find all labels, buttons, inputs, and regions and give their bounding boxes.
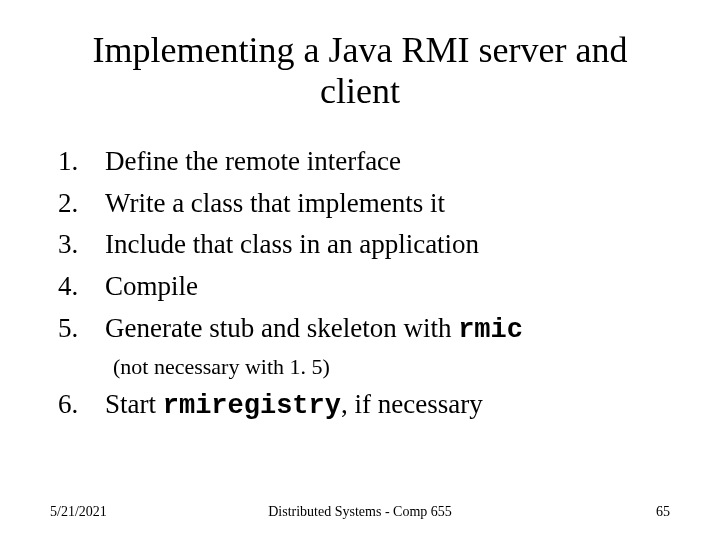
- item-number: 3.: [50, 226, 105, 264]
- item-text: Compile: [105, 268, 670, 306]
- steps-list-cont: 6. Start rmiregistry, if necessary: [50, 386, 670, 426]
- note-text: (not necessary with 1. 5): [113, 354, 670, 380]
- item-number: 1.: [50, 143, 105, 181]
- item-text: Include that class in an application: [105, 226, 670, 264]
- footer: 5/21/2021 Distributed Systems - Comp 655…: [50, 504, 670, 520]
- item-number: 2.: [50, 185, 105, 223]
- list-item: 3. Include that class in an application: [50, 226, 670, 264]
- list-item: 1. Define the remote interface: [50, 143, 670, 181]
- item-text: Generate stub and skeleton with rmic: [105, 310, 670, 350]
- footer-page: 65: [656, 504, 670, 520]
- steps-list: 1. Define the remote interface 2. Write …: [50, 143, 670, 350]
- list-item: 2. Write a class that implements it: [50, 185, 670, 223]
- list-item: 5. Generate stub and skeleton with rmic: [50, 310, 670, 350]
- item-number: 4.: [50, 268, 105, 306]
- list-item: 4. Compile: [50, 268, 670, 306]
- code-rmiregistry: rmiregistry: [163, 391, 341, 421]
- item-number: 5.: [50, 310, 105, 350]
- list-item: 6. Start rmiregistry, if necessary: [50, 386, 670, 426]
- footer-date: 5/21/2021: [50, 504, 107, 520]
- code-rmic: rmic: [458, 315, 523, 345]
- item-number: 6.: [50, 386, 105, 426]
- item-text: Define the remote interface: [105, 143, 670, 181]
- footer-course: Distributed Systems - Comp 655: [268, 504, 452, 520]
- slide-title: Implementing a Java RMI server and clien…: [50, 30, 670, 113]
- item-text: Start rmiregistry, if necessary: [105, 386, 670, 426]
- item-text: Write a class that implements it: [105, 185, 670, 223]
